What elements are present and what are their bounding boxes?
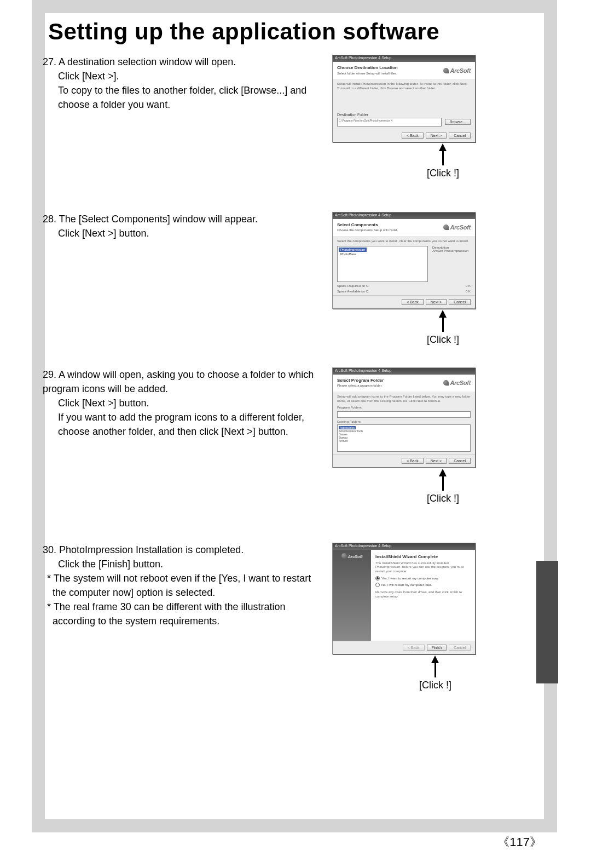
step-27-text: 27. A destination selection window will … (43, 55, 316, 112)
destination-row: C:\Program Files\ArcSoft\PhotoImpression… (337, 118, 471, 127)
step-28-line1: The [Select Components] window will appe… (59, 214, 258, 225)
arrow-stem-icon (434, 663, 436, 677)
cancel-button[interactable]: Cancel (449, 458, 471, 464)
step-29-num: 29. (43, 369, 56, 380)
figure-29: ArcSoft PhotoImpression 4 Setup Select P… (327, 367, 480, 504)
step-27-line1: A destination selection window will open… (59, 56, 236, 67)
browse-button[interactable]: Browse... (445, 119, 471, 125)
component-item-2[interactable]: PhotoBase (339, 252, 426, 256)
arrow-head-icon (439, 143, 447, 151)
step-29-line1: A window will open, asking you to choose… (43, 369, 314, 394)
step-28-text: 28. The [Select Components] window will … (43, 212, 316, 240)
dialog-titlebar: ArcSoft PhotoImpression 4 Setup (333, 543, 475, 550)
dialog-body: Setup will add program icons to the Prog… (333, 392, 475, 454)
click-label: [Click !] (427, 493, 459, 504)
dialog-header-text: Choose Destination Location Select folde… (337, 65, 398, 76)
figure-27: ArcSoft PhotoImpression 4 Setup Choose D… (327, 55, 480, 179)
figure-28: ArcSoft PhotoImpression 4 Setup Select C… (327, 212, 480, 346)
existing-folders-list[interactable]: Accessories Administrative Tools Games S… (337, 424, 471, 452)
dialog-header-text: Select Components Choose the components … (337, 222, 398, 233)
step-28: 28. The [Select Components] window will … (43, 212, 546, 346)
dialog-destination: ArcSoft PhotoImpression 4 Setup Choose D… (332, 55, 476, 142)
step-29-line3: If you want to add the program icons to … (43, 410, 316, 439)
radio-icon (375, 583, 380, 587)
dlg28-header: Select Components (337, 222, 378, 227)
dlg30-header: InstallShield Wizard Complete (375, 554, 471, 559)
next-button[interactable]: Next > (426, 458, 447, 464)
dlg29-bodytext: Setup will add program icons to the Prog… (337, 395, 471, 404)
dlg30-sidebar: ArcSoft (333, 550, 371, 641)
dialog-body: Setup will install PhotoImpression in th… (333, 79, 475, 129)
arrow-head-icon (439, 310, 447, 318)
dlg27-header: Choose Destination Location (337, 65, 398, 70)
components-list[interactable]: PhotoImpression PhotoBase (337, 246, 428, 282)
back-button[interactable]: < Back (402, 299, 424, 305)
cancel-button: Cancel (449, 645, 471, 651)
step-27-line2: Click [Next >]. (43, 69, 316, 83)
dialog-footer: < Back Finish Cancel (333, 641, 475, 654)
step-30-line2: Click the [Finish] button. (43, 557, 316, 571)
dialog-header: Select Components Choose the components … (333, 219, 475, 236)
cancel-button[interactable]: Cancel (449, 299, 471, 305)
arcsoft-logo: ArcSoft (341, 553, 363, 559)
next-button[interactable]: Next > (426, 299, 447, 305)
arrow-head-icon (431, 656, 439, 663)
space-avail-label: Space Available on C: (337, 290, 369, 293)
step-29: 29. A window will open, asking you to ch… (43, 367, 546, 504)
dlg30-content: InstallShield Wizard Complete The Instal… (371, 550, 475, 641)
step-27: 27. A destination selection window will … (43, 55, 546, 179)
back-button[interactable]: < Back (402, 458, 424, 464)
dialog-footer: < Back Next > Cancel (333, 295, 475, 308)
arcsoft-logo: ArcSoft (443, 224, 471, 231)
arrow-28: [Click !] (317, 309, 491, 346)
prog-folder-label: Program Folders: (337, 406, 471, 409)
components-description: Description ArcSoft PhotoImpression (432, 246, 471, 282)
dialog-finish: ArcSoft PhotoImpression 4 Setup ArcSoft … (332, 543, 476, 654)
arrow-head-icon (439, 469, 447, 476)
arrow-col: [Click !] (427, 310, 459, 346)
step-30-note1: * The system will not reboot even if the… (43, 571, 316, 600)
radio-yes-label: Yes, I want to restart my computer now. (381, 577, 439, 580)
arrow-stem-icon (442, 476, 444, 491)
arcsoft-logo: ArcSoft (443, 67, 471, 74)
components-row: PhotoImpression PhotoBase Description Ar… (337, 246, 471, 282)
dlg29-header: Select Program Folder (337, 378, 384, 383)
back-button: < Back (403, 645, 425, 651)
existing-folder-label: Existing Folders: (337, 420, 471, 423)
space-req-label: Space Required on C: (337, 284, 369, 288)
destination-field: Destination Folder C:\Program Files\ArcS… (337, 113, 471, 127)
click-label: [Click !] (419, 680, 451, 691)
dlg29-sub: Please select a program folder. (337, 384, 383, 387)
next-button[interactable]: Next > (426, 133, 447, 139)
arrow-col: [Click !] (419, 656, 451, 691)
page-number-value: 117 (509, 835, 530, 849)
arrow-29: [Click !] (317, 468, 491, 504)
dlg30-split: ArcSoft InstallShield Wizard Complete Th… (333, 550, 475, 641)
step-27-line3: To copy to the files to another folder, … (43, 83, 316, 112)
back-button[interactable]: < Back (402, 133, 424, 139)
bracket-left-icon: 《 (497, 835, 509, 849)
program-folder-input[interactable] (337, 411, 471, 418)
folder-item-4[interactable]: ArcSoft (339, 439, 347, 442)
dlg30-body: The InstallShield Wizard has successfull… (375, 561, 471, 574)
arrow-stem-icon (442, 151, 444, 165)
destination-label: Destination Folder (337, 113, 471, 117)
step-30-line1: PhotoImpression Installation is complete… (59, 544, 244, 555)
radio-restart-no[interactable]: No, I will restart my computer later. (375, 583, 471, 587)
click-label: [Click !] (427, 168, 459, 179)
component-item-1[interactable]: PhotoImpression (339, 248, 367, 252)
step-28-line2: Click [Next >] button. (43, 226, 316, 240)
dlg28-bodytext: Select the components you want to instal… (337, 239, 471, 244)
dlg27-sub: Select folder where Setup will install f… (337, 72, 397, 75)
step-30-num: 30. (43, 544, 56, 555)
arrow-col: [Click !] (427, 469, 459, 504)
dialog-header-text: Select Program Folder Please select a pr… (337, 378, 384, 388)
arrow-col: [Click !] (427, 143, 459, 179)
dialog-header: Select Program Folder Please select a pr… (333, 375, 475, 392)
page-title: Setting up the application software (48, 19, 439, 45)
cancel-button[interactable]: Cancel (449, 133, 471, 139)
step-28-num: 28. (43, 214, 56, 225)
finish-button[interactable]: Finish (427, 645, 447, 651)
arcsoft-logo: ArcSoft (443, 380, 471, 386)
radio-restart-yes[interactable]: Yes, I want to restart my computer now. (375, 576, 471, 580)
